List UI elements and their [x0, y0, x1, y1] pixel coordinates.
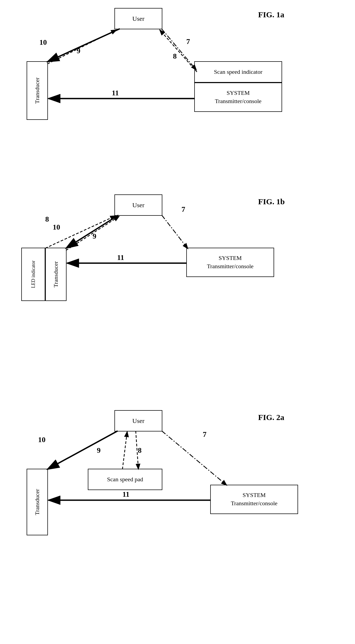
arrow-7-1a: [162, 29, 196, 70]
arrow-9-2a: [122, 431, 127, 469]
label-11-2a: 11: [122, 490, 129, 498]
arrow-8-1b: [45, 216, 116, 248]
arrow-10-2a: [47, 431, 118, 469]
label-9-2a: 9: [97, 446, 101, 454]
label-10-2a: 10: [38, 435, 46, 444]
diagram-container: User Transducer Scan speed indicator SYS…: [0, 0, 355, 644]
label-11-1a: 11: [112, 89, 119, 97]
label-7-1a: 7: [186, 37, 190, 46]
label-9-1a: 9: [77, 47, 80, 55]
label-8-1a: 8: [173, 52, 177, 60]
label-10-1a: 10: [39, 38, 47, 46]
arrow-9-1a: [47, 30, 117, 64]
label-9-1b: 9: [93, 232, 96, 240]
arrow-10-1b: [66, 215, 118, 248]
arrow-7-2a: [162, 431, 227, 485]
label-8-1b: 8: [45, 215, 49, 223]
label-10-1b: 10: [53, 223, 60, 231]
label-7-2a: 7: [203, 430, 207, 438]
arrow-7-1b: [162, 215, 188, 249]
label-7-1b: 7: [181, 205, 185, 213]
arrows-svg: 10 9 8 7 11 10 9 8 7 11 10: [0, 0, 355, 644]
label-11-1b: 11: [117, 253, 124, 262]
label-8-2a: 8: [138, 446, 142, 454]
arrow-8-1a: [160, 30, 197, 72]
